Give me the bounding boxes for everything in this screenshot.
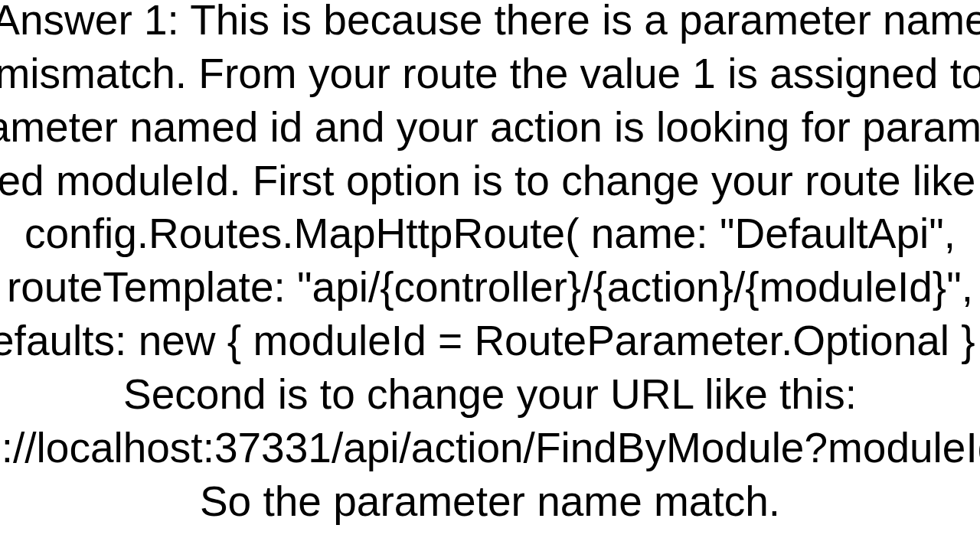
document-viewport: Answer 1: This is because there is a par… [0,0,980,551]
line-9: http://localhost:37331/api/action/FindBy… [0,424,980,471]
line-10: So the parameter name match. [200,478,780,525]
line-3: parameter named id and your action is lo… [0,103,980,151]
line-4: named moduleId. First option is to chang… [0,157,980,204]
line-2: mismatch. From your route the value 1 is… [0,50,980,97]
line-6: routeTemplate: "api/{controller}/{action… [7,263,973,311]
line-1: Answer 1: This is because there is a par… [0,0,980,44]
line-5: config.Routes.MapHttpRoute( name: "Defau… [24,210,956,257]
answer-text-block: Answer 1: This is because there is a par… [0,0,980,528]
line-7: defaults: new { moduleId = RouteParamete… [0,317,980,364]
line-8: Second is to change your URL like this: [123,370,857,418]
